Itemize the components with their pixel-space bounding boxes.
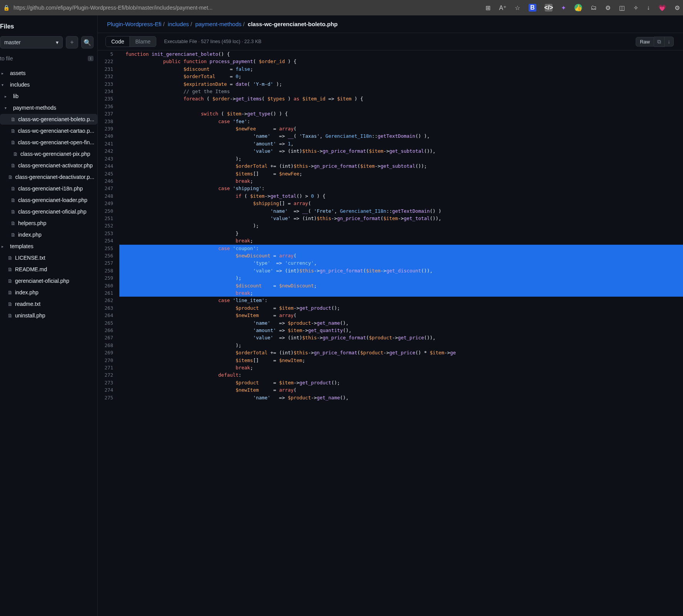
crumb-1[interactable]: includes [168,21,189,27]
code-line[interactable]: 239 $newFee = array( [98,125,683,132]
folder-item[interactable]: ▸lib [0,91,97,102]
line-content[interactable]: 'amount' => 1, [119,140,683,147]
line-content[interactable]: ); [119,222,683,229]
file-item[interactable]: 🗎readme.txt [0,299,97,309]
code-line[interactable]: 243 ); [98,155,683,162]
code-line[interactable]: 235 foreach ( $order->get_items( $types … [98,95,683,102]
line-content[interactable]: $product = $item->get_product(); [119,379,683,386]
line-content[interactable]: $orderTotal = 0; [119,73,683,80]
line-content[interactable]: 'type' => 'currency', [119,259,683,267]
line-content[interactable]: ); [119,342,683,349]
line-content[interactable]: function init_gerencianet_boleto() { [119,50,683,58]
line-content[interactable]: $orderTotal += (int)$this->gn_price_form… [119,349,683,356]
code-line[interactable]: 265 'name' => $product->get_name(), [98,319,683,327]
tab-blame[interactable]: Blame [130,37,156,47]
line-content[interactable]: 'value' => (int)$this->gn_price_format($… [119,334,683,341]
tab-code[interactable]: Code [106,37,130,47]
file-item[interactable]: 🗎class-wc-gerencianet-boleto.p... [0,114,97,125]
file-item[interactable]: 🗎class-wc-gerencianet-cartao.p... [0,125,97,136]
file-item[interactable]: 🗎class-gerencianet-activator.php [0,160,97,171]
file-item[interactable]: 🗎helpers.php [0,218,97,229]
code-line[interactable]: 260 $discount = $newDiscount; [98,282,683,289]
download-icon[interactable]: ↓ [647,4,650,11]
code-line[interactable]: 272 default: [98,371,683,379]
code-line[interactable]: 5function init_gerencianet_boleto() { [98,50,683,58]
ext-icon-1[interactable]: B [529,4,536,12]
line-content[interactable]: 'name' => $product->get_name(), [119,394,683,401]
line-content[interactable]: $items[] = $newFee; [119,170,683,177]
code-line[interactable]: 261 break; [98,289,683,297]
code-line[interactable]: 257 'type' => 'currency', [98,259,683,267]
code-line[interactable]: 244 $orderTotal += (int)$this->gn_price_… [98,162,683,170]
line-content[interactable]: case 'shipping': [119,185,683,192]
folder-item[interactable]: ▾payment-methods [0,102,97,113]
code-line[interactable]: 237 switch ( $item->get_type() ) { [98,110,683,117]
file-item[interactable]: 🗎class-gerencianet-oficial.php [0,206,97,217]
code-line[interactable]: 255 case 'coupon': [98,245,683,252]
code-line[interactable]: 236 [98,103,683,110]
line-content[interactable]: case 'line_item': [119,297,683,304]
code-line[interactable]: 254 break; [98,237,683,244]
line-content[interactable]: $items[] = $newItem; [119,357,683,364]
code-line[interactable]: 266 'amount' => $item->get_quantity(), [98,327,683,334]
line-content[interactable]: 'name' => __( 'Frete', Gerencianet_I18n:… [119,207,683,215]
code-line[interactable]: 271 break; [98,364,683,371]
line-content[interactable]: 'value' => (int)$this->gn_price_format($… [119,215,683,222]
crumb-0[interactable]: Plugin-Wordpress-Efi [107,21,161,27]
line-content[interactable]: 'value' => (int)$this->gn_price_format($… [119,267,683,274]
code-line[interactable]: 256 $newDiscount = array( [98,252,683,259]
line-content[interactable]: } [119,230,683,237]
code-line[interactable]: 263 $product = $item->get_product(); [98,304,683,312]
line-content[interactable]: $newItem = array( [119,386,683,394]
code-line[interactable]: 233 $expirationDate = date( 'Y-m-d' ); [98,80,683,88]
favorites-icon[interactable]: ✧ [633,4,638,12]
code-line[interactable]: 250 'name' => __( 'Frete', Gerencianet_I… [98,207,683,215]
add-file-button[interactable]: + [66,36,78,48]
code-line[interactable]: 248 if ( $item->get_total() > 0 ) { [98,192,683,200]
line-content[interactable]: public function process_payment( $order_… [119,58,683,65]
ext-icon-4[interactable]: 👍 [574,4,582,12]
code-viewer[interactable]: 5function init_gerencianet_boleto() {222… [98,50,683,616]
line-content[interactable]: $product = $item->get_product(); [119,304,683,312]
file-item[interactable]: 🗎README.md [0,264,97,275]
folder-item[interactable]: ▸assets [0,68,97,78]
search-button[interactable]: 🔍 [81,36,94,48]
code-line[interactable]: 242 'value' => (int)$this->gn_price_form… [98,147,683,155]
code-line[interactable]: 270 $items[] = $newItem; [98,357,683,364]
line-content[interactable]: $shipping[] = array( [119,200,683,207]
line-content[interactable]: $newDiscount = array( [119,252,683,259]
code-line[interactable]: 259 ); [98,274,683,282]
line-content[interactable]: $newFee = array( [119,125,683,132]
line-content[interactable]: case 'coupon': [119,245,683,252]
new-tab-icon[interactable]: ⊞ [485,4,490,12]
branch-selector[interactable]: master ▾ [0,36,63,48]
code-line[interactable]: 232 $orderTotal = 0; [98,73,683,80]
code-line[interactable]: 222 public function process_payment( $or… [98,58,683,65]
line-content[interactable]: $newItem = array( [119,312,683,319]
split-icon[interactable]: ◫ [619,4,625,12]
code-line[interactable]: 247 case 'shipping': [98,185,683,192]
download-button[interactable]: ↓ [665,37,674,47]
code-line[interactable]: 234 // get the Items [98,88,683,95]
line-content[interactable] [119,103,683,110]
code-line[interactable]: 231 $discount = false; [98,65,683,73]
crumb-2[interactable]: payment-methods [195,21,241,27]
file-item[interactable]: 🗎index.php [0,229,97,240]
folder-item[interactable]: ▸templates [0,241,97,252]
file-item[interactable]: 🗎uninstall.php [0,310,97,321]
code-line[interactable]: 262 case 'line_item': [98,297,683,304]
line-content[interactable]: // get the Items [119,88,683,95]
file-item[interactable]: 🗎index.php [0,287,97,298]
file-item[interactable]: 🗎LICENSE.txt [0,252,97,263]
copy-button[interactable]: ⧉ [654,37,665,47]
code-line[interactable]: 241 'amount' => 1, [98,140,683,147]
line-content[interactable]: $discount = $newDiscount; [119,282,683,289]
folder-item[interactable]: ▾includes [0,79,97,90]
ext-icon-3[interactable]: ✦ [561,4,566,12]
code-line[interactable]: 245 $items[] = $newFee; [98,170,683,177]
file-item[interactable]: 🗎class-gerencianet-i18n.php [0,183,97,194]
code-line[interactable]: 275 'name' => $product->get_name(), [98,394,683,401]
line-content[interactable]: break; [119,289,683,297]
code-line[interactable]: 268 ); [98,342,683,349]
line-content[interactable]: 'name' => $product->get_name(), [119,319,683,327]
